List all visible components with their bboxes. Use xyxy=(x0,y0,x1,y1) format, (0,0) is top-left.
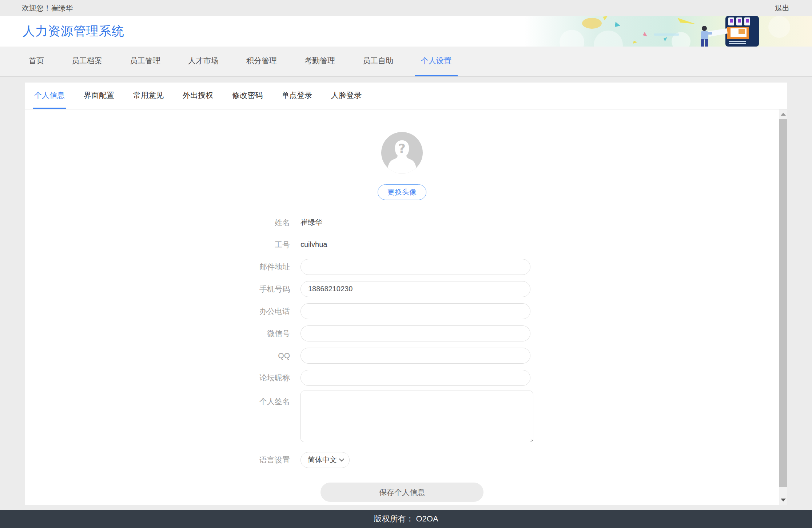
employee-id-value: cuilvhua xyxy=(300,240,327,248)
form-row-name: 姓名崔绿华 xyxy=(203,211,779,233)
svg-text:?: ? xyxy=(398,141,406,156)
nav-tab-employee-self-service[interactable]: 员工自助 xyxy=(357,47,399,76)
scroll-up-button[interactable] xyxy=(779,109,787,119)
save-profile-button[interactable]: 保存个人信息 xyxy=(321,483,483,502)
qq-label: QQ xyxy=(203,351,290,360)
employee-id-field: cuilvhua xyxy=(300,240,327,249)
forum-nickname-label: 论坛昵称 xyxy=(203,373,290,383)
form-row-mobile: 手机号码 xyxy=(203,278,779,300)
qq-input[interactable] xyxy=(300,348,530,364)
wechat-field xyxy=(300,325,530,341)
scroll-down-icon xyxy=(781,499,786,501)
forum-nickname-input[interactable] xyxy=(300,370,530,386)
forum-nickname-field xyxy=(300,370,530,386)
form-row-forum-nickname: 论坛昵称 xyxy=(203,367,779,389)
language-selected-value: 简体中文 xyxy=(308,455,337,465)
form-row-signature: 个人签名 xyxy=(203,389,779,446)
mobile-field xyxy=(300,281,530,297)
form-row-office-phone: 办公电话 xyxy=(203,300,779,322)
settings-subtabs: 个人信息界面配置常用意见外出授权修改密码单点登录人脸登录 xyxy=(25,83,787,109)
nav-tab-employee-archive[interactable]: 员工档案 xyxy=(65,47,108,76)
subtab-change-password[interactable]: 修改密码 xyxy=(231,83,264,109)
profile-form: 姓名崔绿华工号cuilvhua邮件地址手机号码办公电话微信号QQ论坛昵称个人签名… xyxy=(25,211,779,471)
copyright-text: 版权所有： O2OA xyxy=(374,513,438,524)
signature-textarea[interactable] xyxy=(300,391,533,442)
email-field xyxy=(300,259,530,275)
name-label: 姓名 xyxy=(203,217,290,228)
email-input[interactable] xyxy=(300,259,530,275)
nav-tab-employee-manage[interactable]: 员工管理 xyxy=(124,47,167,76)
email-label: 邮件地址 xyxy=(203,262,290,272)
subtab-sso[interactable]: 单点登录 xyxy=(280,83,314,109)
scroll-down-button[interactable] xyxy=(779,495,787,505)
vertical-scrollbar[interactable] xyxy=(779,109,787,505)
nav-tab-points-manage[interactable]: 积分管理 xyxy=(240,47,283,76)
form-row-wechat: 微信号 xyxy=(203,322,779,344)
form-row-qq: QQ xyxy=(203,344,779,367)
app-header: 人力资源管理系统 xyxy=(0,16,812,47)
subtab-common-opinions[interactable]: 常用意见 xyxy=(132,83,165,109)
personal-info-form-area: ? 更换头像 姓名崔绿华工号cuilvhua邮件地址手机号码办公电话微信号QQ论… xyxy=(25,109,779,505)
signature-field xyxy=(300,391,533,444)
form-row-employee-id: 工号cuilvhua xyxy=(203,233,779,256)
mobile-label: 手机号码 xyxy=(203,284,290,294)
subtab-outgoing-authorization[interactable]: 外出授权 xyxy=(181,83,215,109)
nav-tab-personal-settings[interactable]: 个人设置 xyxy=(415,47,458,76)
mobile-input[interactable] xyxy=(300,281,530,297)
save-button-wrap: 保存个人信息 xyxy=(321,483,483,502)
scroll-up-icon xyxy=(781,113,786,116)
nav-tab-attendance-manage[interactable]: 考勤管理 xyxy=(298,47,341,76)
language-label: 语言设置 xyxy=(203,455,290,465)
subtab-personal-info[interactable]: 个人信息 xyxy=(33,83,66,109)
subtab-face-login[interactable]: 人脸登录 xyxy=(330,83,363,109)
scrollbar-thumb[interactable] xyxy=(779,119,787,487)
employee-id-label: 工号 xyxy=(203,240,290,250)
top-bar: 欢迎您！崔绿华 退出 xyxy=(0,0,812,16)
main-nav: 首页员工档案员工管理人才市场积分管理考勤管理员工自助个人设置 xyxy=(0,47,812,77)
logout-link[interactable]: 退出 xyxy=(775,3,789,13)
office-phone-input[interactable] xyxy=(300,303,530,319)
welcome-text: 欢迎您！崔绿华 xyxy=(22,3,73,13)
signature-label: 个人签名 xyxy=(203,391,290,407)
name-value: 崔绿华 xyxy=(300,218,322,226)
wechat-label: 微信号 xyxy=(203,328,290,339)
name-field: 崔绿华 xyxy=(300,217,322,227)
qq-field xyxy=(300,348,530,364)
language-select[interactable]: 简体中文 xyxy=(300,452,350,468)
page-footer: 版权所有： O2OA xyxy=(0,510,812,528)
app-title: 人力资源管理系统 xyxy=(23,23,124,40)
content-panel: 个人信息界面配置常用意见外出授权修改密码单点登录人脸登录 ? 更换头像 姓名崔绿… xyxy=(25,83,787,505)
form-row-language: 语言设置简体中文 xyxy=(203,449,779,471)
change-avatar-button[interactable]: 更换头像 xyxy=(378,184,426,200)
office-phone-field xyxy=(300,303,530,319)
nav-tab-talent-market[interactable]: 人才市场 xyxy=(182,47,225,76)
avatar-placeholder: ? xyxy=(381,132,423,173)
wechat-input[interactable] xyxy=(300,325,530,341)
language-field: 简体中文 xyxy=(300,452,350,468)
subtab-ui-config[interactable]: 界面配置 xyxy=(82,83,116,109)
chevron-down-icon xyxy=(339,456,344,461)
form-row-email: 邮件地址 xyxy=(203,256,779,278)
header-illustration xyxy=(525,16,812,47)
nav-tab-home[interactable]: 首页 xyxy=(23,47,50,76)
office-phone-label: 办公电话 xyxy=(203,306,290,316)
